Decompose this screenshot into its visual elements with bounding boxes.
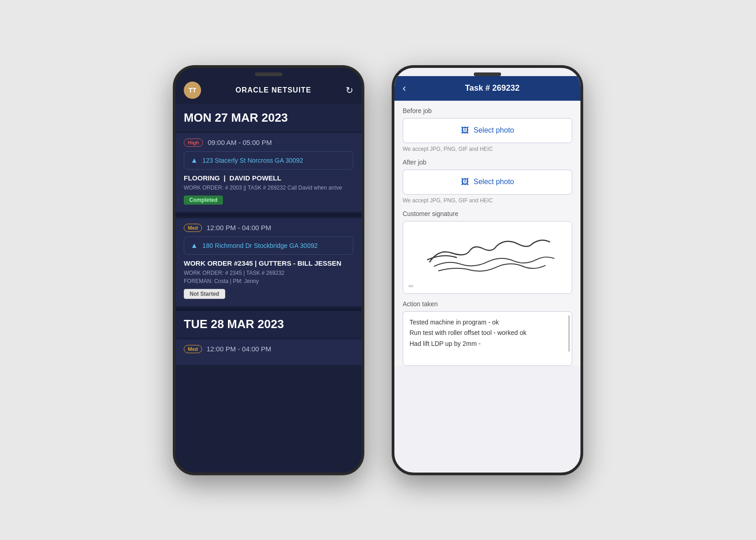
card3-priority-badge: Med — [184, 345, 202, 353]
action-line-3: Had lift LDP up by 2mm - — [409, 339, 565, 350]
card1-priority-badge: High — [184, 139, 203, 147]
card1-top-row: High 09:00 AM - 05:00 PM — [184, 139, 353, 147]
card1-category: FLOORING | DAVID POWELL — [184, 174, 353, 182]
card3-top-row: Med 12:00 PM - 04:00 PM — [184, 345, 353, 353]
nav-icon-1: ▲ — [191, 156, 198, 165]
action-line-2: Run test with roller offset tool - worke… — [409, 328, 565, 339]
card3-time: 12:00 PM - 04:00 PM — [207, 345, 271, 353]
schedule-card-1: High 09:00 AM - 05:00 PM ▲ 123 Stacerly … — [176, 133, 362, 212]
before-job-accept-text: We accept JPG, PNG, GIF and HEIC — [403, 146, 572, 152]
action-taken-label: Action taken — [403, 300, 572, 308]
card2-title: WORK ORDER #2345 | GUTTERS - BILL JESSEN — [184, 259, 353, 267]
action-taken-box[interactable]: Tested machine in program - ok Run test … — [403, 311, 572, 366]
card2-top-row: Med 12:00 PM - 04:00 PM — [184, 224, 353, 232]
after-photo-icon: 🖼 — [461, 177, 469, 187]
card1-address-btn[interactable]: ▲ 123 Stacerly St Norcross GA 30092 — [184, 151, 353, 170]
card2-priority-badge: Med — [184, 224, 202, 232]
scroll-bar — [568, 315, 570, 352]
before-photo-icon: 🖼 — [461, 126, 469, 135]
day2-date-title: TUE 28 MAR 2023 — [184, 317, 353, 331]
schedule-card-3: Med 12:00 PM - 04:00 PM — [176, 339, 362, 365]
after-job-photo-btn[interactable]: 🖼 Select photo — [403, 170, 572, 195]
day2-date-header: TUE 28 MAR 2023 — [176, 311, 362, 338]
app-header: TT ORACLE NETSUITE ↻ — [176, 76, 362, 104]
card2-address-text: 180 Richmond Dr Stockbridge GA 30092 — [202, 242, 318, 249]
card2-work-order: WORK ORDER: # 2345 | TASK # 269232 FOREM… — [184, 269, 353, 285]
card1-address-text: 123 Stacerly St Norcross GA 30092 — [202, 157, 303, 164]
nav-icon-2: ▲ — [191, 242, 198, 250]
card2-time: 12:00 PM - 04:00 PM — [207, 224, 271, 231]
app-logo: ORACLE NETSUITE — [235, 86, 311, 94]
before-job-photo-btn[interactable]: 🖼 Select photo — [403, 118, 572, 143]
left-phone: TT ORACLE NETSUITE ↻ MON 27 MAR 2023 Hig… — [173, 65, 364, 475]
right-phone: ‹ Task # 269232 Before job 🖼 Select phot… — [392, 65, 583, 475]
schedule-card-2: Med 12:00 PM - 04:00 PM ▲ 180 Richmond D… — [176, 218, 362, 306]
section-divider-1 — [176, 214, 362, 216]
refresh-icon[interactable]: ↻ — [346, 85, 353, 96]
day1-date-header: MON 27 MAR 2023 — [176, 104, 362, 131]
signature-edit-icon: ✏ — [409, 283, 414, 290]
back-button[interactable]: ‹ — [403, 82, 406, 94]
card2-status-badge: Not Started — [184, 289, 225, 299]
day1-date-title: MON 27 MAR 2023 — [184, 111, 353, 125]
task-header: ‹ Task # 269232 — [394, 76, 580, 101]
after-job-accept-text: We accept JPG, PNG, GIF and HEIC — [403, 197, 572, 204]
customer-signature-label: Customer signature — [403, 210, 572, 217]
task-title: Task # 269232 — [412, 83, 572, 93]
before-job-label: Before job — [403, 107, 572, 114]
signature-box[interactable]: ✏ — [403, 221, 572, 294]
card1-work-order: WORK ORDER: # 2003 || TASK # 269232 Call… — [184, 184, 353, 192]
card1-status-badge: Completed — [184, 195, 223, 205]
right-phone-notch — [474, 72, 501, 76]
avatar: TT — [184, 82, 201, 99]
action-line-1: Tested machine in program - ok — [409, 317, 565, 328]
phone-notch — [255, 72, 282, 76]
signature-svg — [403, 221, 572, 293]
after-job-label: After job — [403, 159, 572, 166]
card1-time: 09:00 AM - 05:00 PM — [207, 139, 272, 146]
task-content: Before job 🖼 Select photo We accept JPG,… — [394, 101, 580, 366]
before-job-btn-label: Select photo — [474, 126, 514, 134]
after-job-btn-label: Select photo — [474, 178, 514, 186]
card2-address-btn[interactable]: ▲ 180 Richmond Dr Stockbridge GA 30092 — [184, 237, 353, 255]
